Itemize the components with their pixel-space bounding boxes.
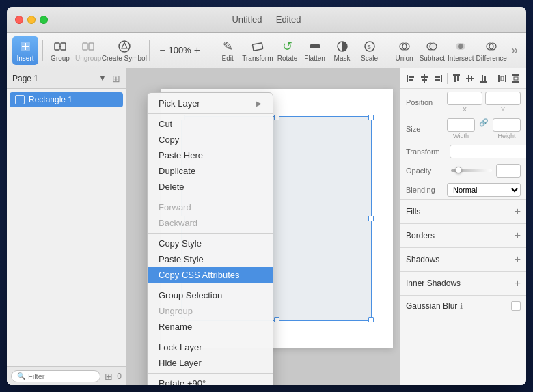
transform-button[interactable]: Transform	[242, 36, 273, 65]
cm-lock-layer-label: Lock Layer	[159, 342, 202, 352]
subtract-icon	[424, 39, 439, 54]
svg-rect-28	[422, 79, 427, 81]
layers-grid-icon[interactable]: ⊞	[105, 371, 113, 382]
opacity-input[interactable]	[496, 164, 521, 178]
svg-rect-4	[61, 43, 66, 50]
zoom-out-icon[interactable]: −	[158, 44, 167, 57]
size-inputs: Width 🔗 Height	[447, 118, 521, 139]
selection-handle-tr[interactable]	[368, 115, 374, 120]
filter-input[interactable]	[28, 372, 94, 380]
cm-rotate-90[interactable]: Rotate +90°	[148, 376, 273, 385]
scale-button[interactable]: S Scale	[357, 36, 383, 65]
svg-rect-30	[435, 76, 440, 78]
layer-item[interactable]: Rectangle 1	[10, 92, 123, 107]
minimize-button[interactable]	[27, 16, 36, 24]
page-options-icon[interactable]: ⊞	[112, 73, 120, 84]
toolbar-sep-2	[149, 40, 150, 61]
svg-rect-42	[505, 75, 506, 82]
maximize-button[interactable]	[40, 16, 48, 24]
rotate-input[interactable]	[450, 145, 526, 158]
cm-copy-css[interactable]: Copy CSS Attributes	[148, 267, 273, 283]
cm-sep-1	[148, 113, 273, 114]
borders-add-btn[interactable]: +	[515, 229, 521, 242]
svg-rect-40	[484, 76, 486, 81]
cm-paste-here-label: Paste Here	[159, 150, 203, 160]
align-top-icon[interactable]	[450, 72, 463, 85]
rotate-button[interactable]: ↺ Rotate	[275, 36, 301, 65]
distribute-h-icon[interactable]	[496, 72, 508, 85]
ungroup-button[interactable]: Ungroup	[74, 36, 102, 65]
toolbar-sep-4	[387, 40, 387, 61]
scale-icon: S	[362, 39, 377, 54]
create-symbol-button[interactable]: Create Symbol	[103, 36, 145, 65]
insert-label: Insert	[17, 55, 34, 62]
close-button[interactable]	[15, 16, 23, 24]
selection-handle-mr[interactable]	[368, 216, 374, 221]
cm-delete[interactable]: Delete	[148, 179, 273, 195]
opacity-slider[interactable]	[451, 169, 492, 172]
blending-label: Blending	[406, 186, 447, 194]
selection-handle-br[interactable]	[368, 317, 374, 322]
selection-handle-bm[interactable]	[274, 317, 279, 322]
cm-paste-style[interactable]: Paste Style	[148, 251, 273, 267]
borders-label: Borders	[406, 231, 435, 240]
opacity-thumb[interactable]	[455, 167, 462, 173]
svg-rect-6	[83, 43, 87, 50]
insert-button[interactable]: Insert	[12, 36, 38, 65]
x-input[interactable]	[447, 92, 482, 105]
cm-pick-layer[interactable]: Pick Layer ▶	[148, 96, 273, 111]
cm-duplicate[interactable]: Duplicate	[148, 163, 273, 179]
cm-copy[interactable]: Copy	[148, 132, 273, 148]
group-button[interactable]: Group	[47, 36, 73, 65]
distribute-v-icon[interactable]	[510, 72, 522, 85]
mask-button[interactable]: Mask	[329, 36, 355, 65]
cm-copy-style[interactable]: Copy Style	[148, 236, 273, 251]
difference-button[interactable]: Difference	[476, 36, 507, 65]
zoom-control[interactable]: − 100% +	[154, 43, 206, 58]
cm-cut[interactable]: Cut	[148, 116, 273, 132]
union-label: Union	[396, 55, 413, 62]
cm-ungroup: Ungroup	[148, 303, 273, 319]
height-input[interactable]	[493, 118, 521, 132]
cm-paste-here[interactable]: Paste Here	[148, 148, 273, 163]
cm-lock-layer[interactable]: Lock Layer	[148, 339, 273, 355]
svg-rect-7	[89, 43, 94, 50]
fills-section: Fills +	[400, 199, 526, 223]
svg-rect-45	[512, 81, 519, 83]
gaussian-blur-checkbox[interactable]	[511, 301, 521, 311]
cm-rename[interactable]: Rename	[148, 319, 273, 335]
inner-shadows-add-btn[interactable]: +	[515, 277, 521, 290]
inner-shadows-section: Inner Shadows +	[400, 271, 526, 295]
align-left-icon[interactable]	[405, 72, 417, 85]
filter-search-box[interactable]: 🔍	[11, 370, 100, 382]
zoom-in-icon[interactable]: +	[193, 44, 202, 57]
transform-label: Transform	[406, 148, 447, 156]
align-center-h-icon[interactable]	[418, 72, 430, 85]
canvas-area[interactable]: Pick Layer ▶ Cut Copy Paste Here Duplica…	[126, 68, 400, 385]
width-input[interactable]	[447, 118, 475, 132]
cm-sep-2	[148, 197, 273, 197]
align-sep-2	[493, 73, 493, 84]
zoom-value: 100%	[169, 45, 191, 55]
blending-select[interactable]: Normal	[447, 183, 521, 197]
page-expand-icon[interactable]: ▼	[98, 73, 107, 84]
fills-add-btn[interactable]: +	[515, 206, 521, 218]
difference-icon	[484, 39, 499, 54]
y-input[interactable]	[485, 92, 521, 105]
toolbar-expand-icon[interactable]: »	[508, 40, 521, 60]
cm-group-selection[interactable]: Group Selection	[148, 288, 273, 303]
selection-handle-tm[interactable]	[274, 115, 279, 120]
align-bottom-icon[interactable]	[478, 72, 490, 85]
flatten-button[interactable]: Flatten	[302, 36, 328, 65]
shadows-add-btn[interactable]: +	[515, 253, 521, 266]
lock-ratio-icon[interactable]: 🔗	[478, 118, 490, 139]
rotate-icon: ↺	[280, 39, 295, 54]
union-button[interactable]: Union	[392, 36, 418, 65]
align-center-v-icon[interactable]	[464, 72, 476, 85]
subtract-button[interactable]: Subtract	[419, 36, 446, 65]
align-right-icon[interactable]	[432, 72, 444, 85]
cm-hide-layer[interactable]: Hide Layer	[148, 355, 273, 371]
svg-text:S: S	[367, 44, 371, 51]
intersect-button[interactable]: Intersect	[447, 36, 474, 65]
edit-button[interactable]: ✎ Edit	[215, 36, 241, 65]
